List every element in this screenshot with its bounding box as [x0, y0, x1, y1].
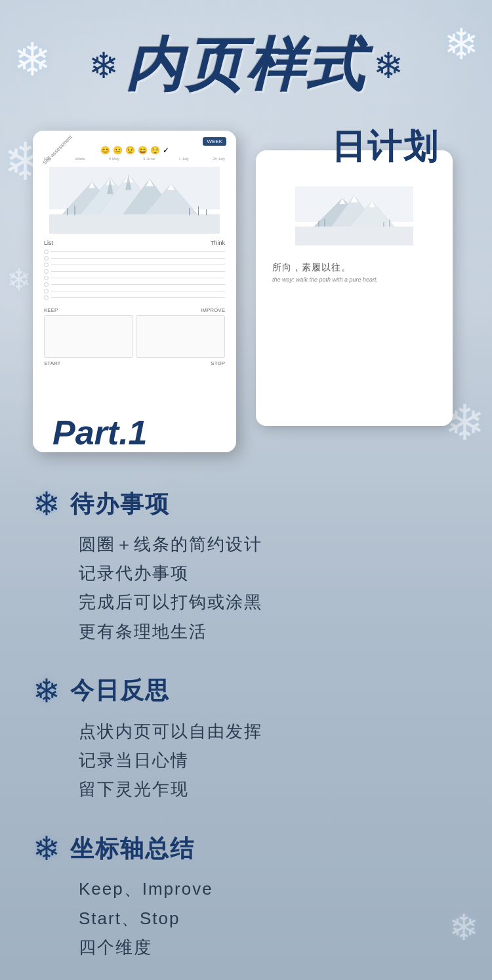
notebook-back: 所向，素履以往。 the way; walk the path with a p…	[256, 150, 453, 426]
bottom-box-left	[44, 315, 133, 358]
page-title: 内页样式	[125, 26, 367, 104]
emoji-1: 😊	[100, 146, 110, 155]
line-item	[44, 276, 225, 280]
list-label: List	[44, 240, 53, 246]
emoji-3: 😟	[125, 146, 135, 155]
feature-todo-desc-3: 完成后可以打钩或涂黑	[79, 587, 459, 616]
mountain-illustration-front	[49, 164, 220, 236]
feature-reflection-header: ❄ 今日反思	[33, 672, 459, 710]
feature-axis-desc-1: Keep、Improve	[79, 874, 459, 903]
feature-axis-desc: Keep、Improve Start、Stop 四个维度	[33, 874, 459, 962]
feature-axis: ❄ 坐标轴总结 Keep、Improve Start、Stop 四个维度	[33, 830, 459, 962]
line-item	[44, 256, 225, 261]
line-item	[44, 295, 225, 300]
emoji-6: ✓	[163, 146, 169, 155]
line-item	[44, 289, 225, 293]
notebooks-container: 日计划	[20, 111, 472, 472]
feature-todo-header: ❄ 待办事项	[33, 485, 459, 523]
emoji-4: 😄	[138, 146, 148, 155]
emoji-5: 😌	[150, 146, 160, 155]
notebook-front: Self-assessment WEEK 😊 😐 😟 😄 😌 ✓ MayWeds…	[33, 131, 236, 452]
svg-rect-8	[295, 226, 413, 245]
day-plan-label: 日计划	[331, 124, 440, 170]
feature-axis-snowflake: ❄	[33, 830, 60, 868]
notebook-section: 日计划	[0, 111, 492, 472]
feature-reflection-desc-1: 点状内页可以自由发挥	[79, 717, 459, 746]
part-label: Part.1	[52, 413, 148, 452]
keep-improve-row: KEEP IMPROVE	[41, 307, 228, 313]
bottom-boxes	[41, 315, 228, 358]
feature-todo-snowflake: ❄	[33, 485, 60, 523]
feature-todo-title: 待办事项	[70, 488, 170, 521]
emoji-2: 😐	[113, 146, 123, 155]
emoji-row: 😊 😐 😟 😄 😌 ✓	[41, 142, 228, 155]
date-row: MayWeds5 May3 June1 July28 July	[41, 157, 228, 161]
feature-todo-desc-1: 圆圈＋线条的简约设计	[79, 530, 459, 559]
stop-label: STOP	[211, 360, 225, 366]
header-deco-right: ❄	[373, 45, 403, 87]
header-deco-left: ❄	[89, 45, 119, 87]
quote-chinese: 所向，素履以往。	[266, 262, 443, 274]
think-label: Think	[211, 240, 225, 246]
start-stop-row: START STOP	[41, 358, 228, 366]
feature-axis-desc-3: 四个维度	[79, 933, 459, 962]
line-item	[44, 249, 225, 254]
svg-rect-27	[49, 214, 220, 234]
mountain-illustration-back	[295, 183, 413, 249]
feature-axis-header: ❄ 坐标轴总结	[33, 830, 459, 868]
keep-label: KEEP	[44, 307, 58, 313]
start-label: START	[44, 360, 60, 366]
page-header: ❄ 内页样式 ❄	[0, 0, 492, 117]
week-badge: WEEK	[203, 137, 226, 146]
line-item	[44, 269, 225, 274]
feature-axis-title: 坐标轴总结	[70, 833, 195, 865]
lines-section	[41, 246, 228, 303]
quote-english: the way; walk the path with a pure heart…	[266, 276, 443, 283]
feature-reflection-desc-2: 记录当日心情	[79, 746, 459, 775]
feature-reflection-desc-3: 留下灵光乍现	[79, 775, 459, 803]
feature-todo-desc: 圆圈＋线条的简约设计 记录代办事项 完成后可以打钩或涂黑 更有条理地生活	[33, 530, 459, 646]
bottom-box-right	[136, 315, 225, 358]
feature-todo-desc-2: 记录代办事项	[79, 559, 459, 587]
feature-axis-desc-2: Start、Stop	[79, 904, 459, 933]
list-think-row: List Think	[41, 240, 228, 246]
improve-label: IMPROVE	[201, 307, 225, 313]
feature-reflection: ❄ 今日反思 点状内页可以自由发挥 记录当日心情 留下灵光乍现	[33, 672, 459, 804]
feature-todo: ❄ 待办事项 圆圈＋线条的简约设计 记录代办事项 完成后可以打钩或涂黑 更有条理…	[33, 485, 459, 646]
feature-reflection-snowflake: ❄	[33, 672, 60, 710]
line-item	[44, 282, 225, 287]
features-section: ❄ 待办事项 圆圈＋线条的简约设计 记录代办事项 完成后可以打钩或涂黑 更有条理…	[0, 472, 492, 980]
feature-reflection-desc: 点状内页可以自由发挥 记录当日心情 留下灵光乍现	[33, 717, 459, 804]
feature-todo-desc-4: 更有条理地生活	[79, 617, 459, 646]
feature-reflection-title: 今日反思	[70, 675, 170, 707]
line-item	[44, 263, 225, 267]
